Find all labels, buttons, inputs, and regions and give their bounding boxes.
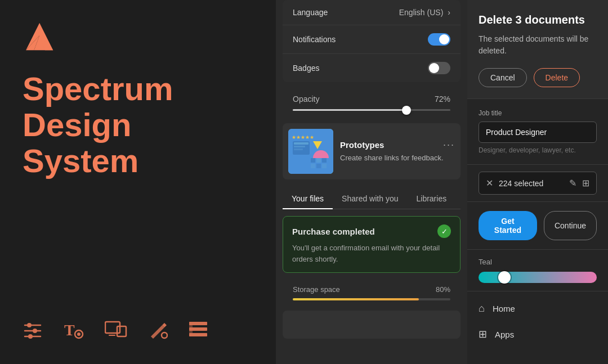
svg-rect-26	[316, 158, 321, 163]
delete-dialog: Delete 3 documents The selected document…	[467, 0, 608, 99]
sliders-icon[interactable]	[23, 320, 43, 344]
tab-shared[interactable]: Shared with you	[333, 188, 407, 209]
home-icon: ⌂	[479, 303, 485, 314]
proto-info: Prototypes ··· Create share links for fe…	[340, 139, 455, 163]
proto-title: Prototypes	[340, 140, 384, 150]
cancel-button[interactable]: Cancel	[479, 68, 527, 87]
tab-your-files[interactable]: Your files	[283, 188, 333, 209]
color-slider[interactable]	[479, 272, 597, 283]
nav-home-label: Home	[493, 304, 515, 313]
svg-text:★★★★★: ★★★★★	[292, 134, 314, 140]
svg-rect-21	[294, 142, 309, 145]
edit-icon[interactable]: ✎	[569, 178, 576, 188]
chevron-right-icon: ›	[448, 8, 450, 17]
svg-rect-30	[322, 164, 327, 168]
icon-row: T	[23, 297, 253, 344]
storage-track	[293, 298, 450, 300]
left-panel: Spectrum Design System T	[0, 0, 276, 364]
job-title-hint: Designer, developer, lawyer, etc.	[479, 146, 597, 154]
svg-rect-29	[316, 164, 321, 168]
svg-point-9	[77, 332, 81, 336]
nav-item-home[interactable]: ⌂ Home	[467, 296, 608, 321]
opacity-slider[interactable]	[293, 109, 450, 111]
svg-rect-11	[117, 326, 126, 336]
middle-panel: Language English (US) › Notifications Ba…	[276, 0, 467, 364]
storage-value: 80%	[436, 285, 450, 294]
badges-toggle[interactable]	[428, 62, 450, 74]
proto-more-icon[interactable]: ···	[443, 139, 455, 151]
language-value-text: English (US)	[399, 8, 444, 17]
paint-icon[interactable]	[147, 320, 168, 344]
delete-title: Delete 3 documents	[479, 14, 597, 26]
dialog-buttons: Cancel Delete	[479, 68, 597, 87]
nav-apps-label: Apps	[495, 330, 514, 339]
settings-section: Language English (US) › Notifications Ba…	[283, 0, 461, 82]
image-icon[interactable]: ⊞	[582, 178, 589, 188]
nav-section: ⌂ Home ⊞ Apps	[467, 291, 608, 352]
svg-point-6	[28, 334, 33, 339]
clear-selection-icon[interactable]: ✕	[486, 178, 493, 188]
language-value[interactable]: English (US) ›	[399, 8, 450, 17]
apps-icon: ⊞	[479, 328, 487, 340]
purchase-desc: You'll get a confirmation email with you…	[292, 242, 451, 264]
svg-point-13	[162, 332, 167, 338]
device-icon[interactable]	[105, 320, 127, 344]
proto-thumbnail: ★★★★★	[288, 129, 333, 174]
grid-icon[interactable]	[188, 320, 208, 344]
type-icon[interactable]: T	[63, 320, 84, 344]
svg-rect-22	[294, 146, 305, 147]
notifications-toggle[interactable]	[428, 33, 450, 46]
nav-item-apps[interactable]: ⊞ Apps	[467, 321, 608, 347]
right-panel: Delete 3 documents The selected document…	[467, 0, 608, 364]
notifications-row[interactable]: Notifications	[283, 25, 461, 54]
tabs-section: Your files Shared with you Libraries	[276, 184, 467, 209]
svg-rect-23	[294, 149, 303, 150]
brand-title: Spectrum Design System	[23, 71, 253, 178]
language-row[interactable]: Language English (US) ›	[283, 0, 461, 25]
opacity-section: Opacity 72%	[283, 87, 461, 119]
delete-desc: The selected documents will be deleted.	[479, 33, 597, 57]
color-label: Teal	[479, 258, 597, 266]
svg-rect-28	[311, 164, 315, 168]
purchase-title: Purchase completed	[292, 227, 375, 236]
language-label: Language	[293, 8, 328, 17]
bottom-card	[283, 311, 461, 339]
continue-button[interactable]: Continue	[544, 211, 597, 240]
purchase-card: Purchase completed ✓ You'll get a confir…	[283, 216, 461, 273]
get-started-button[interactable]: Get Started	[479, 211, 537, 240]
svg-rect-17	[189, 322, 193, 336]
storage-label: Storage space	[293, 285, 340, 294]
notifications-label: Notifications	[293, 35, 336, 44]
selection-pill[interactable]: ✕ 224 selected ✎ ⊞	[479, 172, 597, 195]
storage-fill	[293, 298, 419, 300]
svg-point-2	[27, 323, 32, 327]
adobe-logo	[23, 20, 63, 54]
color-section: Teal	[467, 250, 608, 291]
action-buttons: Get Started Continue	[467, 202, 608, 250]
tab-libraries[interactable]: Libraries	[407, 188, 455, 209]
check-icon: ✓	[437, 224, 451, 238]
color-thumb[interactable]	[498, 271, 511, 284]
job-title-input[interactable]	[479, 122, 597, 143]
svg-point-4	[33, 329, 37, 333]
svg-text:T: T	[64, 321, 75, 339]
job-title-label: Job title	[479, 109, 597, 117]
job-title-section: Job title Designer, developer, lawyer, e…	[467, 99, 608, 165]
selection-count: 224 selected	[499, 179, 564, 188]
badges-label: Badges	[293, 64, 319, 73]
svg-rect-27	[322, 158, 327, 163]
tabs-row: Your files Shared with you Libraries	[283, 188, 461, 209]
storage-section: Storage space 80%	[283, 280, 461, 306]
opacity-label: Opacity	[293, 95, 319, 104]
badges-row[interactable]: Badges	[283, 54, 461, 82]
opacity-value: 72%	[435, 95, 450, 104]
svg-rect-25	[311, 158, 315, 163]
delete-button[interactable]: Delete	[534, 68, 580, 87]
prototypes-card[interactable]: ★★★★★	[283, 123, 461, 179]
selection-actions: ✎ ⊞	[569, 178, 589, 188]
proto-desc: Create share links for feedback.	[340, 153, 455, 163]
selection-section: ✕ 224 selected ✎ ⊞	[467, 165, 608, 202]
